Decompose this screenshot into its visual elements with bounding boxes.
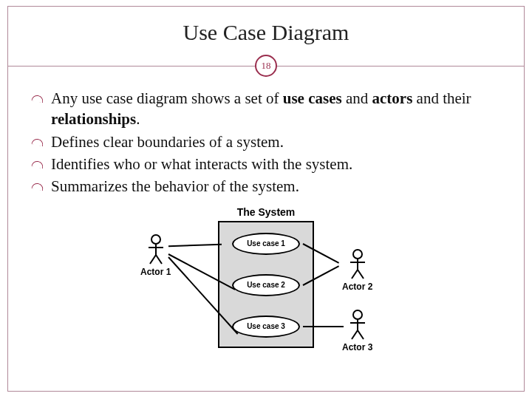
connector <box>168 243 222 247</box>
bullet-text: Summarizes the behavior of the system. <box>51 177 299 195</box>
svg-point-5 <box>353 250 362 259</box>
stick-figure-icon <box>348 249 367 280</box>
content-area: Any use case diagram shows a set of use … <box>8 79 524 363</box>
divider-row: 18 <box>8 52 524 79</box>
bullet-bold: use cases <box>283 89 342 107</box>
svg-line-3 <box>150 255 156 264</box>
use-case-oval: Use case 1 <box>232 233 300 255</box>
use-case-oval: Use case 3 <box>232 316 300 338</box>
actor-label: Actor 2 <box>342 282 372 292</box>
bullet-text: . <box>136 110 140 128</box>
svg-line-14 <box>358 330 364 339</box>
actor-figure: Actor 1 <box>140 234 171 277</box>
bullet-text: and <box>342 89 372 107</box>
slide-title: Use Case Diagram <box>8 20 524 45</box>
svg-point-10 <box>353 310 362 319</box>
bullet-item: Any use case diagram shows a set of use … <box>30 88 502 130</box>
bullet-text: and their <box>412 89 471 107</box>
use-case-oval: Use case 2 <box>232 274 300 296</box>
bullet-text: Defines clear boundaries of a system. <box>51 133 284 151</box>
bullet-bold: relationships <box>51 110 136 128</box>
actor-label: Actor 3 <box>342 342 372 352</box>
svg-line-9 <box>358 270 364 279</box>
system-title: The System <box>237 206 296 218</box>
bullet-text: Any use case diagram shows a set of <box>51 89 283 107</box>
bullet-item: Defines clear boundaries of a system. <box>30 132 502 152</box>
bullet-item: Identifies who or what interacts with th… <box>30 154 502 174</box>
slide-frame: Use Case Diagram 18 Any use case diagram… <box>7 6 525 392</box>
use-case-diagram: The System Use case 1 Use case 2 Use cas… <box>126 208 406 363</box>
stick-figure-icon <box>348 310 367 341</box>
connector <box>303 326 344 327</box>
actor-label: Actor 1 <box>140 267 171 277</box>
svg-line-13 <box>352 330 358 339</box>
bullet-bold: actors <box>372 89 413 107</box>
bullet-item: Summarizes the behavior of the system. <box>30 176 502 197</box>
actor-figure: Actor 2 <box>342 249 372 292</box>
page-number-badge: 18 <box>255 55 277 77</box>
bullet-text: Identifies who or what interacts with th… <box>51 155 352 173</box>
svg-line-8 <box>352 270 358 279</box>
svg-point-0 <box>151 235 160 244</box>
bullet-list: Any use case diagram shows a set of use … <box>30 88 502 197</box>
svg-line-4 <box>156 255 162 264</box>
stick-figure-icon <box>146 234 166 265</box>
diagram-container: The System Use case 1 Use case 2 Use cas… <box>30 208 502 363</box>
actor-figure: Actor 3 <box>342 310 372 352</box>
